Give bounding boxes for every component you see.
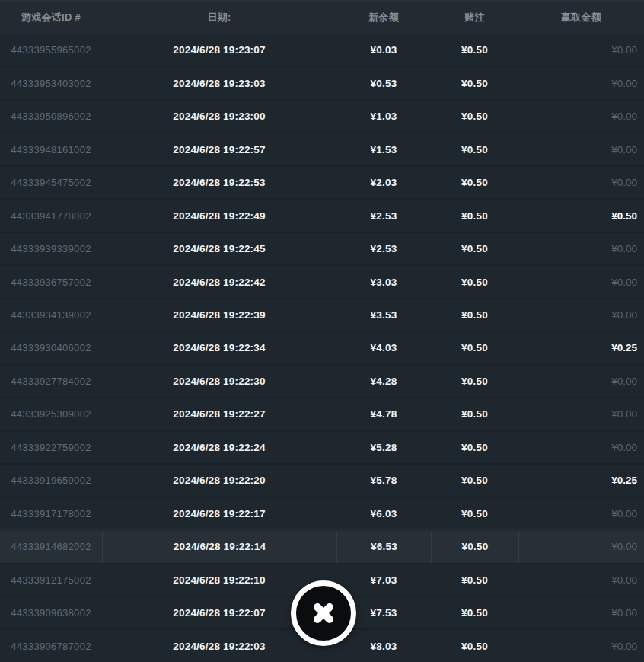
bet-cell: ¥0.50 bbox=[431, 233, 518, 264]
session-id-cell: 44333906787002 bbox=[0, 630, 102, 661]
table-row: 44333948161002 2024/6/28 19:22:57 ¥1.53 … bbox=[0, 132, 644, 165]
column-header-bet: 赌注 bbox=[431, 2, 518, 34]
balance-cell: ¥3.53 bbox=[336, 299, 431, 331]
close-icon bbox=[308, 598, 339, 628]
balance-cell: ¥3.03 bbox=[336, 266, 431, 297]
date-cell: 2024/6/28 19:22:17 bbox=[102, 498, 336, 529]
session-id-cell: 44333936757002 bbox=[0, 266, 102, 297]
balance-cell: ¥8.03 bbox=[336, 630, 431, 661]
table-row: 44333927784002 2024/6/28 19:22:30 ¥4.28 … bbox=[0, 364, 644, 397]
bet-cell: ¥0.50 bbox=[431, 630, 518, 661]
bet-cell: ¥0.50 bbox=[431, 299, 518, 331]
table-row: 44333953403002 2024/6/28 19:23:03 ¥0.53 … bbox=[0, 66, 644, 98]
date-cell: 2024/6/28 19:23:00 bbox=[102, 101, 336, 132]
bet-cell: ¥0.50 bbox=[431, 398, 518, 430]
bet-cell: ¥0.50 bbox=[431, 34, 518, 66]
balance-cell: ¥1.03 bbox=[336, 101, 431, 132]
win-amount-cell: ¥0.00 bbox=[518, 564, 644, 596]
bet-cell: ¥0.50 bbox=[431, 133, 518, 165]
session-id-cell: 44333930406002 bbox=[0, 332, 102, 363]
win-amount-cell: ¥0.00 bbox=[518, 266, 644, 297]
bet-cell: ¥0.50 bbox=[431, 498, 518, 529]
session-id-cell: 44333948161002 bbox=[0, 133, 102, 165]
date-cell: 2024/6/28 19:22:34 bbox=[102, 332, 336, 363]
bet-cell: ¥0.50 bbox=[431, 366, 518, 397]
balance-cell: ¥4.28 bbox=[336, 366, 431, 397]
bet-cell: ¥0.50 bbox=[431, 67, 518, 98]
table-row: 44333925309002 2024/6/28 19:22:27 ¥4.78 … bbox=[0, 397, 644, 430]
session-id-cell: 44333909638002 bbox=[0, 597, 102, 628]
balance-cell: ¥6.03 bbox=[336, 498, 431, 529]
balance-cell: ¥7.03 bbox=[336, 564, 431, 596]
bet-cell: ¥0.50 bbox=[431, 465, 518, 496]
table-header-row: 游戏会话ID #日期:新余额赌注赢取金额 bbox=[0, 0, 644, 34]
bet-cell: ¥0.50 bbox=[431, 101, 518, 132]
session-id-cell: 44333934139002 bbox=[0, 299, 102, 331]
session-id-cell: 44333917178002 bbox=[0, 498, 102, 529]
win-amount-cell: ¥0.00 bbox=[518, 398, 644, 430]
column-header-win: 赢取金额 bbox=[518, 2, 644, 34]
win-amount-cell: ¥0.00 bbox=[518, 34, 644, 66]
session-id-cell: 44333912175002 bbox=[0, 564, 102, 596]
date-cell: 2024/6/28 19:23:03 bbox=[102, 67, 336, 98]
table-row: 44333934139002 2024/6/28 19:22:39 ¥3.53 … bbox=[0, 298, 644, 331]
bet-cell: ¥0.50 bbox=[431, 432, 518, 463]
session-id-cell: 44333927784002 bbox=[0, 366, 102, 397]
win-amount-cell: ¥0.00 bbox=[518, 299, 644, 331]
win-amount-cell: ¥0.00 bbox=[518, 133, 644, 165]
date-cell: 2024/6/28 19:22:24 bbox=[102, 432, 336, 463]
date-cell: 2024/6/28 19:22:57 bbox=[102, 133, 336, 165]
bet-cell: ¥0.50 bbox=[431, 200, 518, 231]
balance-cell: ¥0.53 bbox=[336, 67, 431, 98]
session-id-cell: 44333919659002 bbox=[0, 465, 102, 496]
bet-cell: ¥0.50 bbox=[431, 167, 518, 198]
win-amount-cell: ¥0.00 bbox=[518, 531, 644, 562]
table-row: 44333945475002 2024/6/28 19:22:53 ¥2.03 … bbox=[0, 165, 644, 198]
win-amount-cell: ¥0.00 bbox=[518, 101, 644, 132]
date-cell: 2024/6/28 19:22:49 bbox=[102, 200, 336, 231]
balance-cell: ¥5.28 bbox=[336, 432, 431, 463]
bet-cell: ¥0.50 bbox=[431, 266, 518, 297]
win-amount-cell: ¥0.50 bbox=[518, 200, 644, 231]
win-amount-cell: ¥0.00 bbox=[518, 498, 644, 529]
session-id-cell: 44333914682002 bbox=[0, 531, 102, 562]
game-session-history-table: 游戏会话ID #日期:新余额赌注赢取金额 44333955965002 2024… bbox=[0, 0, 644, 662]
table-row: 44333939339002 2024/6/28 19:22:45 ¥2.53 … bbox=[0, 232, 644, 264]
bet-cell: ¥0.50 bbox=[431, 531, 518, 562]
table-row: 44333917178002 2024/6/28 19:22:17 ¥6.03 … bbox=[0, 497, 644, 529]
balance-cell: ¥0.03 bbox=[336, 34, 431, 66]
win-amount-cell: ¥0.00 bbox=[518, 366, 644, 397]
date-cell: 2024/6/28 19:22:27 bbox=[102, 398, 336, 430]
session-id-cell: 44333955965002 bbox=[0, 34, 102, 66]
bet-cell: ¥0.50 bbox=[431, 332, 518, 363]
win-amount-cell: ¥0.00 bbox=[518, 597, 644, 628]
win-amount-cell: ¥0.00 bbox=[518, 167, 644, 198]
balance-cell: ¥2.53 bbox=[336, 233, 431, 264]
win-amount-cell: ¥0.00 bbox=[518, 432, 644, 463]
balance-cell: ¥1.53 bbox=[336, 133, 431, 165]
table-body: 44333955965002 2024/6/28 19:23:07 ¥0.03 … bbox=[0, 34, 644, 662]
date-cell: 2024/6/28 19:22:45 bbox=[102, 233, 336, 264]
win-amount-cell: ¥0.25 bbox=[518, 332, 644, 363]
table-row: 44333950896002 2024/6/28 19:23:00 ¥1.03 … bbox=[0, 99, 644, 132]
date-cell: 2024/6/28 19:22:20 bbox=[102, 465, 336, 496]
table-row: 44333922759002 2024/6/28 19:22:24 ¥5.28 … bbox=[0, 430, 644, 463]
win-amount-cell: ¥0.00 bbox=[518, 630, 644, 661]
balance-cell: ¥4.03 bbox=[336, 332, 431, 363]
bet-cell: ¥0.50 bbox=[431, 564, 518, 596]
balance-cell: ¥6.53 bbox=[336, 531, 431, 562]
date-cell: 2024/6/28 19:22:42 bbox=[102, 266, 336, 297]
session-id-cell: 44333950896002 bbox=[0, 101, 102, 132]
session-id-cell: 44333925309002 bbox=[0, 398, 102, 430]
balance-cell: ¥5.78 bbox=[336, 465, 431, 496]
date-cell: 2024/6/28 19:22:30 bbox=[102, 366, 336, 397]
table-row: 44333955965002 2024/6/28 19:23:07 ¥0.03 … bbox=[0, 34, 644, 66]
table-row: 44333930406002 2024/6/28 19:22:34 ¥4.03 … bbox=[0, 331, 644, 363]
date-cell: 2024/6/28 19:22:14 bbox=[102, 531, 336, 562]
close-button[interactable] bbox=[291, 580, 356, 646]
column-header-balance: 新余额 bbox=[336, 2, 431, 34]
table-row: 44333941778002 2024/6/28 19:22:49 ¥2.53 … bbox=[0, 198, 644, 231]
session-id-cell: 44333922759002 bbox=[0, 432, 102, 463]
win-amount-cell: ¥0.00 bbox=[518, 67, 644, 98]
win-amount-cell: ¥0.00 bbox=[518, 233, 644, 264]
